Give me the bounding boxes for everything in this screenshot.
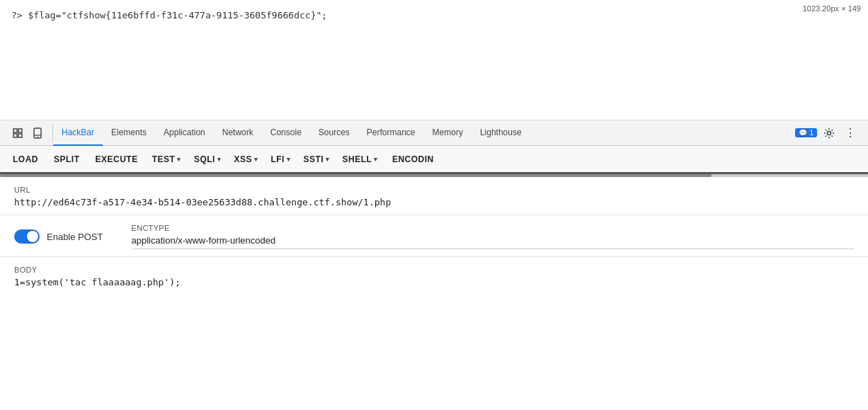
enctype-group: enctype application/x-www-form-urlencode…: [132, 224, 855, 249]
devtools-icon-group: [3, 124, 53, 142]
sqli-dropdown[interactable]: SQLI ▾: [188, 152, 227, 167]
enable-post-toggle[interactable]: [14, 229, 40, 244]
encoding-button[interactable]: ENCODIN: [385, 152, 441, 167]
dimensions-label: 1023.20px × 149: [803, 4, 861, 13]
xss-dropdown[interactable]: XSS ▾: [228, 152, 263, 167]
tab-sources[interactable]: Sources: [310, 120, 358, 146]
code-output: ?> $flag="ctfshow{11e6bffd-f31c-477a-911…: [11, 10, 857, 21]
url-label: URL: [14, 186, 854, 194]
enctype-value[interactable]: application/x-www-form-urlencoded: [132, 235, 855, 249]
inspect-icon[interactable]: [8, 124, 27, 142]
shell-dropdown[interactable]: SHELL ▾: [337, 152, 384, 167]
tab-console[interactable]: Console: [262, 120, 310, 146]
top-content-area: 1023.20px × 149 ?> $flag="ctfshow{11e6bf…: [0, 0, 868, 120]
badge-icon: 💬: [799, 129, 807, 137]
svg-rect-0: [13, 129, 17, 132]
body-value[interactable]: 1=system('tac flaaaaaag.php');: [14, 277, 854, 287]
split-button[interactable]: SPLIT: [47, 152, 87, 167]
message-badge[interactable]: 💬 1: [795, 128, 817, 137]
body-label: Body: [14, 266, 854, 274]
tab-application[interactable]: Application: [155, 120, 214, 146]
tab-hackbar[interactable]: HackBar: [53, 120, 103, 146]
settings-icon[interactable]: [820, 124, 838, 142]
test-dropdown[interactable]: TEST ▾: [147, 152, 187, 167]
sqli-chevron-icon: ▾: [217, 156, 222, 163]
ssti-dropdown[interactable]: SSTI ▾: [297, 152, 335, 167]
tab-memory[interactable]: Memory: [424, 120, 472, 146]
body-section: Body 1=system('tac flaaaaaag.php');: [0, 257, 868, 295]
url-section: URL http://ed64c73f-a517-4e34-b514-03ee2…: [0, 177, 868, 215]
lfi-dropdown[interactable]: LFI ▾: [265, 152, 296, 167]
more-options-icon[interactable]: ⋮: [841, 124, 860, 142]
devtools-tabs: HackBar Elements Application Network Con…: [53, 120, 789, 146]
lfi-chevron-icon: ▾: [287, 156, 291, 163]
tab-lighthouse[interactable]: Lighthouse: [472, 120, 530, 146]
svg-rect-3: [18, 134, 22, 137]
devtools-bar: HackBar Elements Application Network Con…: [0, 120, 868, 146]
enable-post-group: Enable POST: [14, 229, 103, 244]
xss-chevron-icon: ▾: [254, 156, 258, 163]
tab-network[interactable]: Network: [214, 120, 262, 146]
post-section: Enable POST enctype application/x-www-fo…: [0, 215, 868, 257]
devtools-right-controls: 💬 1 ⋮: [789, 124, 865, 142]
tab-elements[interactable]: Elements: [103, 120, 155, 146]
device-mode-icon[interactable]: [28, 124, 47, 142]
url-value[interactable]: http://ed64c73f-a517-4e34-b514-03ee25633…: [14, 197, 854, 207]
svg-point-7: [828, 131, 831, 135]
test-chevron-icon: ▾: [177, 156, 181, 163]
execute-button[interactable]: EXECUTE: [88, 152, 145, 167]
shell-chevron-icon: ▾: [374, 156, 378, 163]
ssti-chevron-icon: ▾: [326, 156, 330, 163]
svg-rect-2: [18, 129, 22, 132]
toggle-knob: [27, 231, 38, 242]
svg-rect-1: [13, 134, 17, 137]
enable-post-label: Enable POST: [47, 232, 103, 242]
enctype-label: enctype: [132, 224, 855, 232]
load-button[interactable]: LOAD: [6, 152, 45, 167]
hackbar-toolbar: LOAD SPLIT EXECUTE TEST ▾ SQLI ▾ XSS ▾ L…: [0, 146, 868, 177]
tab-performance[interactable]: Performance: [358, 120, 424, 146]
svg-point-6: [37, 136, 38, 137]
